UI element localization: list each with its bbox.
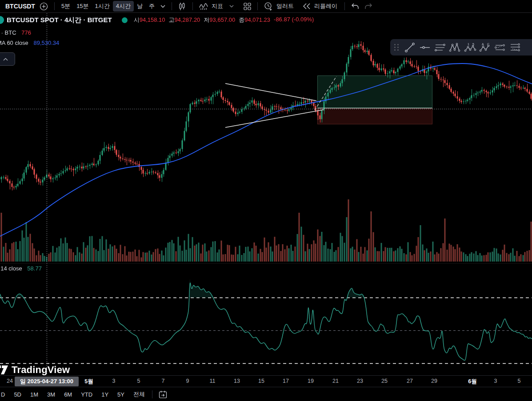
volume-legend-value: 776: [21, 29, 31, 36]
crosshair-date-label: 일 2025-04-27 13:00: [15, 377, 79, 386]
ma-legend-value: 89,530.34: [33, 40, 59, 46]
timeframe-15분[interactable]: 15분: [73, 1, 92, 12]
time-axis-label: 11: [210, 378, 216, 384]
range-전체[interactable]: 전체: [130, 389, 148, 400]
symbol-title[interactable]: BTCUSDT SPOT · 4시간 · BITGET: [7, 16, 112, 24]
time-axis-label: 7: [162, 378, 165, 384]
ohlc-values: 시94,158.10고94,287.20저93,657.00종94,071.23…: [134, 16, 314, 24]
time-axis-label: 6월: [468, 378, 476, 385]
time-axis-label: 3: [112, 378, 116, 384]
timeframe-5분[interactable]: 5분: [58, 1, 73, 12]
ohlc-item: 종94,071.23: [239, 16, 270, 24]
timeframe-날[interactable]: 날: [134, 1, 146, 12]
time-axis-label: 5: [518, 378, 521, 384]
time-axis-label: 24: [7, 378, 13, 384]
range-buttons: D5D1M3M6MYTD1Y5Y전체: [0, 389, 148, 400]
chart-canvas[interactable]: [0, 0, 532, 401]
svg-text:1: 1: [468, 43, 469, 46]
divider: [257, 2, 258, 10]
timeframe-4시간[interactable]: 4시간: [113, 1, 134, 12]
chart-type-candles-icon[interactable]: [176, 1, 189, 12]
drawing-toolbar: 15 AC: [390, 39, 532, 56]
time-axis[interactable]: 245월3579111315171921232527296월35일 2025-0…: [0, 375, 532, 387]
time-axis-label: 19: [308, 378, 314, 384]
time-axis-label: 9: [186, 378, 189, 384]
alert-label[interactable]: 얼러트: [276, 2, 295, 10]
time-axis-label: 27: [407, 378, 413, 384]
indicators-icon[interactable]: 지표: [196, 1, 227, 12]
elliott-wave-icon[interactable]: 15: [463, 41, 478, 54]
symbol-info-row: BTCUSDT SPOT · 4시간 · BITGET 시94,158.10고9…: [0, 15, 314, 25]
range-1Y[interactable]: 1Y: [98, 390, 112, 399]
layout-grid-icon[interactable]: [241, 1, 254, 12]
time-axis-label: 13: [234, 378, 240, 384]
range-bar: D5D1M3M6MYTD1Y5Y전체: [0, 387, 532, 401]
tradingview-logo-text: TradingView: [12, 364, 70, 376]
compare-add-icon[interactable]: [37, 1, 51, 12]
drag-handle-icon[interactable]: [394, 44, 399, 51]
range-5D[interactable]: 5D: [10, 390, 25, 399]
trend-line-icon[interactable]: [402, 41, 417, 54]
long-position-icon[interactable]: [493, 41, 508, 54]
symbol-search-button[interactable]: BTCUSDT: [4, 1, 37, 11]
ohlc-item: 고94,287.20: [169, 16, 200, 24]
xabcd-pattern-icon[interactable]: [448, 41, 463, 54]
timeframe-주[interactable]: 주: [146, 1, 158, 12]
ma-legend[interactable]: MA 60 close 89,530.34: [0, 40, 59, 46]
exchange-logo: [0, 16, 4, 24]
redo-icon[interactable]: [362, 2, 375, 11]
abc-pattern-icon[interactable]: AC: [478, 41, 493, 54]
divider: [192, 2, 193, 10]
undo-icon[interactable]: [348, 2, 362, 11]
market-status-dot[interactable]: [122, 17, 128, 23]
timeframe-group: 5분15분1시간4시간날주: [58, 1, 158, 12]
divider: [172, 2, 172, 10]
indicators-label[interactable]: 지표: [211, 2, 224, 10]
volume-legend[interactable]: 룸 · BTC 776: [0, 29, 31, 37]
ma-legend-label: MA 60 close: [0, 40, 28, 46]
svg-text:A: A: [482, 43, 484, 46]
ohlc-item: 저93,657.00: [204, 16, 235, 24]
time-axis-label: 17: [283, 378, 289, 384]
time-axis-label: 15: [258, 378, 264, 384]
divider: [152, 390, 152, 398]
change-value: -86.87 (-0.09%): [274, 16, 314, 24]
range-YTD[interactable]: YTD: [77, 390, 96, 399]
rsi-legend-label: RSI 14 close: [0, 265, 22, 272]
range-1M[interactable]: 1M: [27, 390, 42, 399]
chevron-down-icon[interactable]: [158, 4, 168, 9]
time-axis-label: 5월: [84, 378, 93, 385]
top-toolbar: BTCUSDT 5분15분1시간4시간날주 지표 얼러트 리플레이: [0, 0, 532, 13]
time-axis-label: 25: [381, 378, 388, 384]
chevron-down-icon[interactable]: [227, 4, 236, 9]
volume-legend-label: 룸 · BTC: [0, 29, 16, 36]
tradingview-logo[interactable]: TradingView: [0, 364, 70, 376]
parallel-channel-icon[interactable]: [432, 41, 448, 54]
range-3M[interactable]: 3M: [44, 390, 59, 399]
time-axis-label: 29: [431, 378, 437, 384]
range-D[interactable]: D: [0, 390, 8, 399]
divider: [54, 2, 55, 10]
legend-collapse-button[interactable]: [0, 52, 15, 66]
time-axis-label: 3: [494, 378, 497, 384]
horizontal-line-icon[interactable]: [417, 41, 432, 54]
goto-date-calendar-icon[interactable]: [156, 389, 170, 400]
timeframe-1시간[interactable]: 1시간: [92, 1, 113, 12]
replay-label[interactable]: 리플레이: [313, 2, 338, 10]
alert-clock-icon[interactable]: 얼러트: [261, 0, 297, 12]
short-position-icon[interactable]: [508, 41, 523, 54]
rsi-legend-value: 58.77: [27, 265, 42, 272]
rsi-legend[interactable]: RSI 14 close 58.77: [0, 265, 42, 272]
time-axis-label: 21: [332, 378, 339, 384]
ohlc-item: 시94,158.10: [134, 16, 165, 24]
replay-icon[interactable]: 리플레이: [300, 1, 341, 12]
range-6M[interactable]: 6M: [60, 390, 76, 399]
time-axis-label: 23: [357, 378, 363, 384]
tradingview-chart-app: { "toolbar": { "symbol": "BTCUSDT", "tim…: [0, 0, 532, 401]
time-axis-label: 5: [137, 378, 140, 384]
range-5Y[interactable]: 5Y: [114, 390, 128, 399]
divider: [344, 2, 345, 10]
tradingview-logo-icon: [0, 365, 10, 375]
